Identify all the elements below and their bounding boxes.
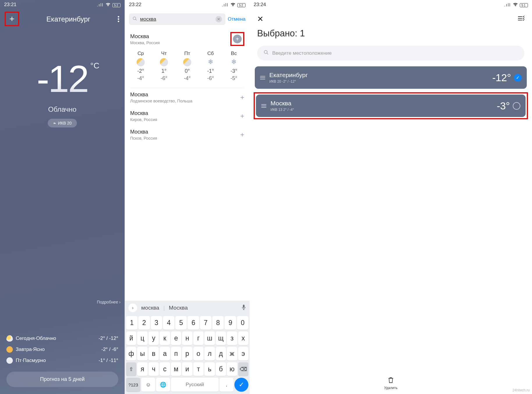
select-all-icon[interactable] xyxy=(517,15,524,23)
keyboard-row: йцукенгшщзх xyxy=(125,331,250,346)
watermark: 24hitech.ru xyxy=(512,388,530,392)
key[interactable]: ц xyxy=(137,331,147,345)
forecast-label: Сегодня·Облачно xyxy=(16,336,56,341)
expand-icon[interactable]: › xyxy=(128,304,137,312)
wifi-icon xyxy=(105,2,112,7)
key[interactable]: щ xyxy=(216,331,226,345)
add-primary-city-button[interactable]: + xyxy=(230,32,244,46)
shift-key[interactable]: ⇧ xyxy=(126,362,136,376)
key[interactable]: г xyxy=(193,331,204,345)
space-key[interactable]: Русский xyxy=(171,378,219,392)
key[interactable]: я xyxy=(137,362,147,376)
battery-icon: 52 xyxy=(237,3,245,7)
key[interactable]: р xyxy=(182,347,192,361)
cancel-button[interactable]: Отмена xyxy=(228,16,245,22)
key[interactable]: 6 xyxy=(188,316,199,330)
key[interactable]: ж xyxy=(227,347,237,361)
key[interactable]: 2 xyxy=(138,316,150,330)
globe-key[interactable]: 🌐 xyxy=(156,378,170,392)
key[interactable]: 1 xyxy=(126,316,137,330)
more-button[interactable]: ••• xyxy=(118,16,119,23)
search-icon xyxy=(132,16,137,22)
key[interactable]: 7 xyxy=(200,316,211,330)
drag-handle-icon[interactable] xyxy=(261,104,266,108)
details-link[interactable]: Подробнее › xyxy=(97,300,121,304)
keyboard: › москва | Москва 1234567890 йцукенгшщзх… xyxy=(125,301,250,394)
key[interactable]: 9 xyxy=(225,316,236,330)
plus-circle-icon: + xyxy=(233,35,242,43)
svg-rect-2 xyxy=(243,304,244,308)
key[interactable]: т xyxy=(193,362,204,376)
suggestion[interactable]: Москва xyxy=(169,305,188,311)
key[interactable]: х xyxy=(238,331,248,345)
aqi-badge[interactable]: ❧ ИКВ 20 xyxy=(48,119,77,127)
key[interactable]: б xyxy=(216,362,226,376)
backspace-key[interactable]: ⌫ xyxy=(238,362,248,376)
forecast-col: Сб❄-1°-6° xyxy=(199,51,222,83)
alt-result[interactable]: МоскваКиров, Россия + xyxy=(125,107,250,125)
city-card[interactable]: Москва ИКВ 13 2° / -4° -3° xyxy=(256,95,526,117)
key[interactable]: 8 xyxy=(212,316,224,330)
battery-icon: 52 xyxy=(112,3,121,7)
key[interactable]: с xyxy=(160,362,170,376)
key[interactable]: м xyxy=(171,362,181,376)
search-input[interactable]: москва ✕ xyxy=(129,13,225,25)
alt-result[interactable]: МоскваПсков, Россия + xyxy=(125,125,250,144)
key[interactable]: э xyxy=(238,347,248,361)
search-icon xyxy=(264,50,269,56)
keyboard-suggestions: › москва | Москва xyxy=(125,301,250,315)
city-card[interactable]: Екатеринбург ИКВ 20 -2° / -12° -12° ✓ xyxy=(255,66,527,89)
key[interactable]: 0 xyxy=(237,316,248,330)
emoji-key[interactable]: ☺ xyxy=(141,378,155,392)
key[interactable]: е xyxy=(171,331,181,345)
key[interactable]: ч xyxy=(149,362,159,376)
drag-handle-icon[interactable] xyxy=(260,76,265,79)
period-key[interactable]: . xyxy=(220,378,234,392)
key[interactable]: ь xyxy=(204,362,215,376)
weather-icon xyxy=(183,58,191,66)
status-time: 23:22 xyxy=(129,2,142,8)
key[interactable]: ф xyxy=(126,347,136,361)
key[interactable]: д xyxy=(216,347,226,361)
forecast-row[interactable]: Завтра·Ясно -2° / -6° xyxy=(6,344,118,355)
five-day-forecast-button[interactable]: Прогноз на 5 дней xyxy=(6,372,118,387)
delete-button[interactable]: Удалить xyxy=(384,377,397,390)
close-button[interactable]: ✕ xyxy=(257,15,264,24)
enter-key[interactable]: ✓ xyxy=(234,378,248,392)
forecast-row[interactable]: Сегодня·Облачно -2° / -12° xyxy=(6,333,118,344)
location-search-input[interactable]: Введите местоположение xyxy=(257,46,524,61)
manage-header: ✕ xyxy=(250,9,532,26)
key[interactable]: п xyxy=(171,347,181,361)
alt-result[interactable]: МоскваЛодзинское воеводство, Польша + xyxy=(125,88,250,107)
add-button[interactable]: + xyxy=(240,131,244,139)
key[interactable]: ю xyxy=(227,362,237,376)
key[interactable]: 3 xyxy=(151,316,162,330)
key[interactable]: ы xyxy=(137,347,147,361)
key[interactable]: у xyxy=(149,331,159,345)
key[interactable]: о xyxy=(193,347,204,361)
key[interactable]: 5 xyxy=(175,316,187,330)
add-city-button[interactable]: + xyxy=(5,12,19,26)
mic-icon[interactable] xyxy=(241,304,246,312)
clear-search-button[interactable]: ✕ xyxy=(215,16,222,22)
key[interactable]: н xyxy=(182,331,192,345)
checkbox-unchecked[interactable] xyxy=(513,102,520,110)
weather-icon xyxy=(6,335,13,342)
status-time: 23:24 xyxy=(254,2,266,8)
key[interactable]: в xyxy=(149,347,159,361)
forecast-row[interactable]: Пт·Пасмурно -1° / -11° xyxy=(6,355,118,366)
key[interactable]: а xyxy=(160,347,170,361)
checkbox-checked[interactable]: ✓ xyxy=(514,74,522,81)
add-button[interactable]: + xyxy=(240,93,244,102)
key[interactable]: к xyxy=(160,331,170,345)
key[interactable]: й xyxy=(126,331,136,345)
key[interactable]: 4 xyxy=(163,316,174,330)
city-title[interactable]: Екатеринбург xyxy=(46,15,90,23)
numbers-key[interactable]: ?123 xyxy=(126,378,140,392)
suggestion[interactable]: москва xyxy=(141,305,159,311)
key[interactable]: и xyxy=(182,362,192,376)
key[interactable]: л xyxy=(204,347,215,361)
add-button[interactable]: + xyxy=(240,112,244,120)
key[interactable]: з xyxy=(227,331,237,345)
key[interactable]: ш xyxy=(204,331,215,345)
